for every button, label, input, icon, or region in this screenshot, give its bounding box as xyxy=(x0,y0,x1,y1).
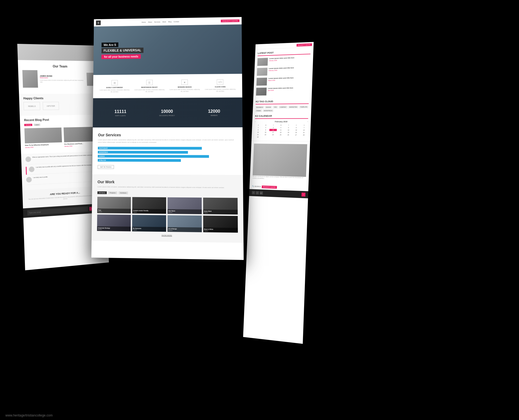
right-cal-day-17[interactable]: 17 xyxy=(269,131,277,133)
right-tag-7[interactable]: THEME xyxy=(255,109,262,112)
left-comment-avatar-3 xyxy=(26,177,32,183)
right-sidebar: LATEST POST Lorem ipsum dolor post title… xyxy=(253,47,314,100)
left-member-desc-1: Lorem ipsum dolor sit amet consectetur a… xyxy=(40,79,85,83)
right-footer-googleplus-icon[interactable]: g+ xyxy=(260,191,263,194)
right-tag-1[interactable]: BUSINESS xyxy=(255,106,264,109)
left-blog-tag-active[interactable]: Archives xyxy=(24,124,32,126)
right-cal-day-13[interactable]: 13 xyxy=(292,129,300,131)
work-item-2[interactable]: Content creator friendly Projects xyxy=(132,197,166,214)
nav-link-blog[interactable]: Blog xyxy=(168,21,171,22)
right-tag-5[interactable]: MARKETING xyxy=(288,106,298,108)
right-cal-day-18[interactable]: 18 xyxy=(277,131,285,134)
right-cal-day-10[interactable]: 10 xyxy=(270,129,277,131)
nav-link-home[interactable]: Home xyxy=(142,21,146,23)
right-cal-day-16[interactable]: 16 xyxy=(262,131,269,133)
right-cal-day-7[interactable]: 7 xyxy=(300,127,308,129)
feature-title-3: MODERN DESIGN xyxy=(168,86,201,88)
left-logo-rebels: REBELS xyxy=(24,102,40,110)
right-cal-day-5[interactable]: 5 xyxy=(285,127,292,129)
get-in-touch-button[interactable]: GET IN TOUCH xyxy=(98,165,114,169)
work-item-overlay-8: Black & White Projects xyxy=(203,227,238,233)
right-cal-day-21[interactable]: 21 xyxy=(300,131,308,134)
right-search-label: 🔍 SEARCH xyxy=(252,185,261,188)
right-cal-day-3[interactable]: 3 xyxy=(270,127,277,129)
left-avatar-1 xyxy=(22,70,38,88)
right-tag-6[interactable]: TEMPLATE xyxy=(299,105,308,108)
nav-link-work[interactable]: Work xyxy=(162,21,166,22)
right-cal-next[interactable]: › xyxy=(307,120,308,123)
work-item-5[interactable]: Corporate Strategy Archives xyxy=(97,214,131,231)
work-item-overlay-4: Home Work Projects xyxy=(203,210,238,215)
right-cal-day-24[interactable]: 24 xyxy=(269,134,277,136)
right-cal-day-2[interactable]: 2 xyxy=(262,127,269,129)
right-cal-header-w: W xyxy=(277,124,285,126)
right-cal-prev[interactable]: ‹ xyxy=(255,120,256,123)
right-cal-day-1[interactable]: 1 xyxy=(255,127,262,129)
left-footer-email-input[interactable] xyxy=(27,207,88,216)
work-item-4[interactable]: Home Work Projects xyxy=(203,198,238,215)
right-cal-day-26[interactable]: 26 xyxy=(284,134,292,136)
left-blog-filter: Archives Latest xyxy=(24,123,99,126)
work-item-6[interactable]: Be Awesome Projects xyxy=(132,215,166,232)
work-item-1[interactable]: Time Archives xyxy=(97,197,131,214)
right-cal-day-14[interactable]: 14 xyxy=(300,129,308,131)
right-calendar: K2 CALENDAR ‹ February 2016 › S M T W T … xyxy=(251,114,311,141)
right-cal-day-19[interactable]: 19 xyxy=(285,131,292,134)
right-cal-day-28[interactable]: 28 xyxy=(300,134,308,136)
left-comment-3: I am fairly new to profile xyxy=(26,174,102,185)
main-nav-cta[interactable]: REQUEST A QUOTE xyxy=(221,19,239,22)
right-latest-posts-title: LATEST POST xyxy=(258,50,311,56)
right-cal-day-8[interactable]: 8 xyxy=(254,129,262,131)
left-blog-img-1 xyxy=(24,127,62,143)
left-logo-hipster: HIPSTER xyxy=(43,102,59,110)
work-filter-all[interactable]: All Items xyxy=(97,191,107,194)
right-tag-3[interactable]: TIPS xyxy=(273,106,278,108)
left-blog-tag-inactive[interactable]: Latest xyxy=(34,124,40,126)
right-sidebar-section2: We are a professional digital service co… xyxy=(250,141,310,186)
right-tag-cloud: K2 TAG CLOUD BUSINESS DESIGN TIPS COMPAN… xyxy=(252,100,311,115)
work-item-overlay-7: Art of Design Archives xyxy=(168,227,202,232)
work-item-cat-7: Archives xyxy=(168,230,201,232)
feature-icon-3: ♥ xyxy=(181,80,188,85)
skill-html-label: HTML/CSS xyxy=(98,159,181,162)
right-cal-day-9[interactable]: 9 xyxy=(262,129,269,131)
right-cal-day-12[interactable]: 12 xyxy=(285,129,292,131)
right-cal-title: K2 CALENDAR xyxy=(255,114,308,119)
left-comment-avatar-2 xyxy=(29,167,34,172)
work-item-3[interactable]: Item Name Archives xyxy=(168,197,202,214)
right-tag-8[interactable]: WORDPRESS xyxy=(263,109,274,112)
right-cal-day-27[interactable]: 27 xyxy=(292,134,300,136)
right-footer-twitter-icon[interactable]: t xyxy=(256,191,259,194)
right-cta-button[interactable]: REQUEST A QUOTE xyxy=(262,186,277,189)
right-screenshot: REQUEST A QUOTE LATEST POST Lorem ipsum … xyxy=(243,42,314,344)
right-tag-4[interactable]: COMPANY xyxy=(279,106,288,108)
right-cal-month: February 2016 xyxy=(275,121,287,123)
nav-link-services[interactable]: Services xyxy=(154,21,160,23)
right-nav-cta[interactable]: REQUEST A QUOTE xyxy=(297,43,312,47)
work-item-overlay-5: Corporate Strategy Archives xyxy=(97,226,131,232)
right-cal-day-25[interactable]: 25 xyxy=(277,134,284,136)
work-filter-projects[interactable]: Projects xyxy=(108,191,117,194)
right-footer-facebook-icon[interactable]: f xyxy=(252,191,255,194)
work-item-8[interactable]: Black & White Projects xyxy=(203,216,238,233)
right-cal-day-15[interactable]: 15 xyxy=(254,131,262,133)
right-cal-day-4[interactable]: 4 xyxy=(277,127,285,129)
nav-link-about[interactable]: About xyxy=(148,21,152,23)
right-cal-day-22[interactable]: 22 xyxy=(254,134,262,136)
right-scroll-top-button[interactable]: ↑ xyxy=(301,193,305,197)
right-cal-day-11[interactable]: 11 xyxy=(277,129,285,131)
work-item-overlay-2: Content creator friendly Projects xyxy=(132,209,166,214)
left-team-section: Our Team JAMES BOND Webmaster Lorem ipsu… xyxy=(18,60,102,94)
right-cal-day-23[interactable]: 23 xyxy=(262,134,269,136)
work-filter-archives[interactable]: Archives xyxy=(118,191,128,194)
right-cal-day-20[interactable]: 20 xyxy=(292,131,300,134)
right-cal-header-t: T xyxy=(270,124,277,126)
right-tag-2[interactable]: DESIGN xyxy=(265,106,272,109)
right-cal-day-29[interactable]: 29 xyxy=(254,136,261,138)
work-item-7[interactable]: Art of Design Archives xyxy=(168,215,202,232)
nav-link-contact[interactable]: Contact xyxy=(174,21,179,22)
right-cal-day-6[interactable]: 6 xyxy=(292,127,300,129)
show-more-button[interactable]: SHOW MORE xyxy=(97,234,238,237)
right-cal-header-s2: S xyxy=(300,124,308,126)
right-cal-header-s: S xyxy=(255,124,262,126)
